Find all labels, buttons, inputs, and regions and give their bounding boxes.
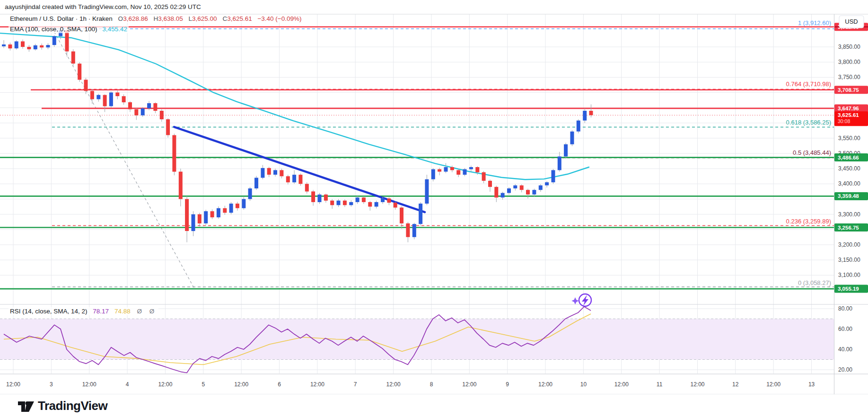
tradingview-logo-icon[interactable] <box>17 399 35 413</box>
footer-bar: TradingView <box>0 394 868 418</box>
chart-plot-area[interactable] <box>0 14 834 374</box>
price-scale[interactable] <box>834 14 868 394</box>
tradingview-brand-text[interactable]: TradingView <box>38 399 107 413</box>
tradingview-chart-window: aayushjindal created with TradingView.co… <box>0 0 868 418</box>
time-scale[interactable] <box>0 374 834 394</box>
